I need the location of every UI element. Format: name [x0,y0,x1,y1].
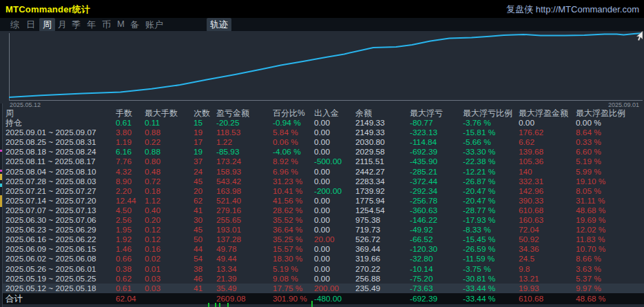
table-row[interactable]: 2025.08.25 ~ 2025.08.311.190.22171.220.0… [0,137,644,147]
cell: -28.77 % [463,206,519,215]
cell: 0.00 [314,167,355,177]
cell: 369.44 [355,244,410,254]
cell: 5.84 % [273,128,314,137]
cell: 0.00 [314,274,355,284]
cell: -256.78 [410,196,463,206]
menu-item-zong[interactable]: 综 [7,18,23,32]
cell: -10.14 [410,264,463,274]
menu-item-bi[interactable]: 币 [98,18,114,32]
table-row[interactable]: 2025.08.11 ~ 2025.08.177.760.8037173.248… [0,157,644,166]
cell: 0.00 [314,128,355,137]
cell: 8.66 % [576,254,644,264]
window-title: MTCommander统计 [6,3,90,16]
cell: 0.06 % [273,137,314,147]
totals-cell [194,293,216,304]
cell: 0.62 [116,274,145,284]
table-row[interactable]: 2025.06.30 ~ 2025.07.062.560.2030255.653… [0,215,644,225]
menu-item-zhanghu[interactable]: 账户 [142,18,167,32]
menu-item-ji[interactable]: 季 [68,18,84,32]
cell: -33.30 % [463,147,519,157]
table-row[interactable]: 2025.08.18 ~ 2025.08.246.160.8819-85.93-… [0,147,644,157]
table-row[interactable]: 持仓0.610.1115-20.25-0.94 %0.002149.33-80.… [0,118,644,128]
cell: 3.63 % [576,264,644,274]
cell: 35.49 [216,284,273,293]
column-header-8[interactable]: 最大浮亏 [410,108,463,118]
menu-item-m[interactable]: M [114,18,128,30]
menu-item-guiji[interactable]: 轨迹 [207,18,231,32]
cell: 1.92 [116,235,145,244]
column-header-6[interactable]: 出入金 [314,108,355,118]
table-row[interactable]: 2025.07.07 ~ 2025.07.134.500.4041279.162… [0,206,644,215]
table-row[interactable]: 2025.08.04 ~ 2025.08.104.320.4824158.936… [0,167,644,177]
cell: 0.12 [145,225,194,235]
table-row[interactable]: 2025.05.26 ~ 2025.06.010.380.013813.345.… [0,264,644,274]
cell: 163.98 [216,186,273,196]
table-body: 持仓0.610.1115-20.25-0.94 %0.002149.33-80.… [0,118,644,293]
cell: -0.94 % [273,118,314,128]
cell: 105.36 [519,157,576,166]
column-header-5[interactable]: 百分比% [273,108,314,118]
column-header-11[interactable]: 最大浮盈比例 [576,108,644,118]
cell: 19.10 % [576,177,644,186]
menu-item-zhou[interactable]: 周 [39,18,55,32]
cell: 193.01 [216,225,273,235]
cell: 5.19 % [576,157,644,166]
table-row[interactable]: 2025.06.16 ~ 2025.06.221.920.1250137.283… [0,235,644,244]
column-header-7[interactable]: 余额 [355,108,410,118]
cell: 36.64 % [273,225,314,235]
table-row[interactable]: 2025.06.02 ~ 2025.06.080.660.025449.4418… [0,254,644,264]
cell: 137.28 [216,235,273,244]
cell: 2283.34 [355,177,410,186]
table-row[interactable]: 2025.05.19 ~ 2025.05.250.620.034621.399.… [0,274,644,284]
chart-end-date-label: 2025.09.01 [608,101,639,108]
cell: 118.53 [216,128,273,137]
cell: 0.61 [116,118,145,128]
column-header-3[interactable]: 次数 [194,108,216,118]
row-label: 2025.08.04 ~ 2025.08.10 [6,167,116,177]
table-row[interactable]: 2025.09.01 ~ 2025.09.073.800.8819118.535… [0,128,644,137]
table-row[interactable]: 2025.06.23 ~ 2025.06.291.950.1245193.013… [0,225,644,235]
cell: 24.5 [519,254,576,264]
cell: -22.38 % [463,157,519,166]
menu-item-nian[interactable]: 年 [83,18,99,32]
cell: 2149.33 [355,118,410,128]
table-row[interactable]: 2025.07.21 ~ 2025.07.272.200.1820163.981… [0,186,644,196]
cell: 62 [194,196,216,206]
cell: 526.72 [355,235,410,244]
menu-item-ri[interactable]: 日 [23,18,39,32]
cell: -85.93 [216,147,273,157]
cell: 19.93 [519,284,576,293]
cell: 2030.80 [355,137,410,147]
cell: 543.42 [216,177,273,186]
cell: 18.30 % [273,254,314,264]
cell: 54 [194,254,216,264]
column-header-10[interactable]: 最大浮盈金额 [519,108,576,118]
column-header-2[interactable]: 最大手数 [145,108,194,118]
cell: -80.77 [410,118,463,128]
table-row[interactable]: 2025.06.09 ~ 2025.06.151.460.164449.7815… [0,244,644,254]
column-header-4[interactable]: 盈亏金额 [216,108,273,118]
cell: -66.52 [410,235,463,244]
cell: 12.02 % [576,225,644,235]
cell: 0.22 [145,137,194,147]
cell: 13.34 [216,264,273,274]
cell: -5.66 % [463,137,519,147]
column-header-1[interactable]: 手数 [116,108,145,118]
totals-cell: 62.04 [116,293,145,304]
cell: 13.21 [519,274,576,284]
table-row[interactable]: 2025.05.12 ~ 2025.05.180.610.034135.4917… [0,284,644,293]
totals-label: 合计 [6,293,116,304]
column-header-0[interactable]: 周 [6,108,116,118]
cell: 19 [194,128,216,137]
brand-link[interactable]: 复盘侠 http://MTCommander.com [506,3,639,16]
row-label: 2025.07.07 ~ 2025.07.13 [6,206,116,215]
cell: 1.95 [116,225,145,235]
menu-item-bei[interactable]: 备 [127,18,143,32]
chart-x-axis [9,100,643,101]
table-row[interactable]: 2025.07.28 ~ 2025.08.038.900.7245543.423… [0,177,644,186]
row-label: 2025.06.02 ~ 2025.06.08 [6,254,116,264]
cell: 0.01 [145,264,194,274]
cell: 45 [194,225,216,235]
column-header-9[interactable]: 最大浮亏比例 [463,108,519,118]
table-row[interactable]: 2025.07.14 ~ 2025.07.2012.441.1262521.40… [0,196,644,206]
